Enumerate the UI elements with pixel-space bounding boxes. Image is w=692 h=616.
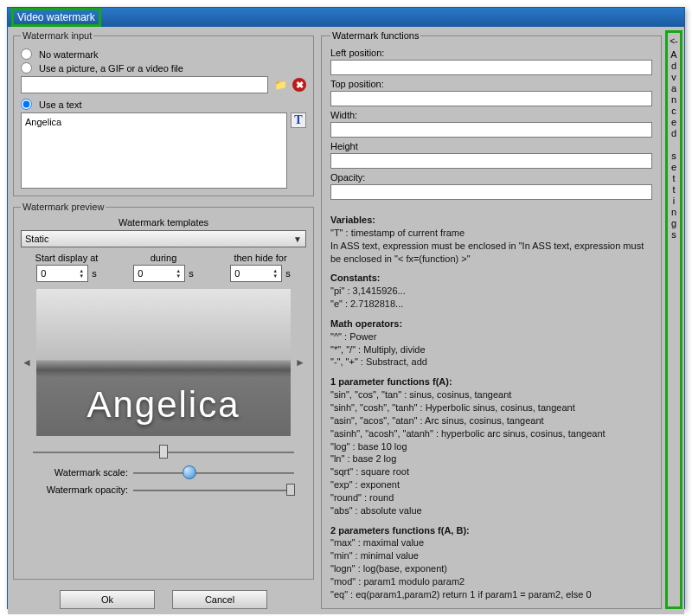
watermark-opacity-slider[interactable] bbox=[133, 483, 294, 497]
ok-button[interactable]: Ok bbox=[60, 590, 155, 609]
radio-no-watermark[interactable]: No watermark bbox=[21, 48, 306, 60]
titlebar: Video watermark bbox=[8, 8, 684, 27]
functions-help-text: Variables: "T" : timestamp of current fr… bbox=[330, 207, 652, 601]
video-watermark-window: Video watermark Watermark input No water… bbox=[7, 7, 685, 609]
chevron-down-icon: ▼ bbox=[293, 234, 302, 244]
hide-for-value: 0 bbox=[234, 268, 240, 279]
width-label: Width: bbox=[330, 110, 652, 120]
watermark-input-group: Watermark input No watermark Use a pictu… bbox=[13, 30, 314, 196]
left-position-input[interactable] bbox=[330, 60, 652, 75]
radio-no-watermark-label: No watermark bbox=[39, 49, 98, 60]
watermark-scale-label: Watermark scale: bbox=[33, 467, 128, 478]
browse-file-icon[interactable]: 📁 bbox=[272, 76, 289, 93]
radio-use-file[interactable]: Use a picture, a GIF or a video file bbox=[21, 62, 306, 74]
hide-for-unit: s bbox=[285, 268, 291, 279]
during-spin[interactable]: 0 ▲▼ bbox=[133, 265, 185, 282]
advanced-settings-toggle[interactable]: <- Advanced settings bbox=[665, 30, 682, 609]
radio-use-text-input[interactable] bbox=[21, 99, 32, 110]
watermark-input-legend: Watermark input bbox=[21, 30, 93, 41]
opacity-label: Opacity: bbox=[330, 172, 652, 183]
radio-no-watermark-input[interactable] bbox=[21, 48, 32, 60]
template-combo-value: Static bbox=[25, 234, 49, 244]
during-label: during bbox=[151, 253, 177, 263]
hide-for-spin[interactable]: 0 ▲▼ bbox=[230, 265, 282, 282]
radio-use-text[interactable]: Use a text bbox=[21, 99, 306, 110]
radio-use-file-label: Use a picture, a GIF or a video file bbox=[39, 63, 183, 74]
radio-use-file-input[interactable] bbox=[21, 62, 32, 74]
watermark-preview-group: Watermark preview Watermark templates St… bbox=[13, 202, 314, 580]
start-display-value: 0 bbox=[41, 268, 46, 279]
template-combo[interactable]: Static ▼ bbox=[21, 230, 306, 247]
top-position-input[interactable] bbox=[330, 91, 652, 106]
file-path-input[interactable] bbox=[21, 76, 268, 93]
cancel-button[interactable]: Cancel bbox=[172, 590, 267, 609]
height-label: Height bbox=[330, 141, 652, 151]
preview-watermark-text: Angelica bbox=[86, 384, 240, 426]
watermark-functions-legend: Watermark functions bbox=[330, 30, 420, 41]
radio-use-text-label: Use a text bbox=[39, 99, 82, 110]
clear-file-icon[interactable]: ✖ bbox=[292, 78, 306, 92]
opacity-input[interactable] bbox=[330, 184, 652, 200]
start-display-label: Start display at bbox=[35, 253, 99, 263]
watermark-opacity-label: Watermark opacity: bbox=[33, 484, 128, 495]
left-position-label: Left position: bbox=[330, 48, 652, 58]
start-display-unit: s bbox=[92, 268, 97, 279]
preview-image: Angelica bbox=[36, 289, 291, 436]
watermark-text-input[interactable]: Angelica bbox=[21, 112, 287, 189]
during-unit: s bbox=[189, 268, 194, 279]
preview-next-arrow[interactable]: ► bbox=[294, 350, 306, 375]
watermark-functions-group: Watermark functions Left position: Top p… bbox=[321, 30, 662, 609]
hide-for-label: then hide for bbox=[234, 253, 286, 263]
watermark-templates-label: Watermark templates bbox=[21, 217, 306, 228]
start-display-spin[interactable]: 0 ▲▼ bbox=[36, 265, 88, 282]
preview-position-slider[interactable] bbox=[33, 443, 294, 460]
window-title: Video watermark bbox=[11, 8, 101, 27]
preview-prev-arrow[interactable]: ◄ bbox=[21, 350, 33, 375]
text-style-icon[interactable]: T bbox=[291, 112, 306, 128]
chevron-left-icon: <- bbox=[670, 36, 677, 46]
during-value: 0 bbox=[138, 268, 143, 279]
width-input[interactable] bbox=[330, 122, 652, 138]
watermark-scale-slider[interactable] bbox=[133, 465, 294, 479]
top-position-label: Top position: bbox=[330, 79, 652, 89]
height-input[interactable] bbox=[330, 153, 652, 169]
watermark-preview-legend: Watermark preview bbox=[21, 202, 106, 212]
